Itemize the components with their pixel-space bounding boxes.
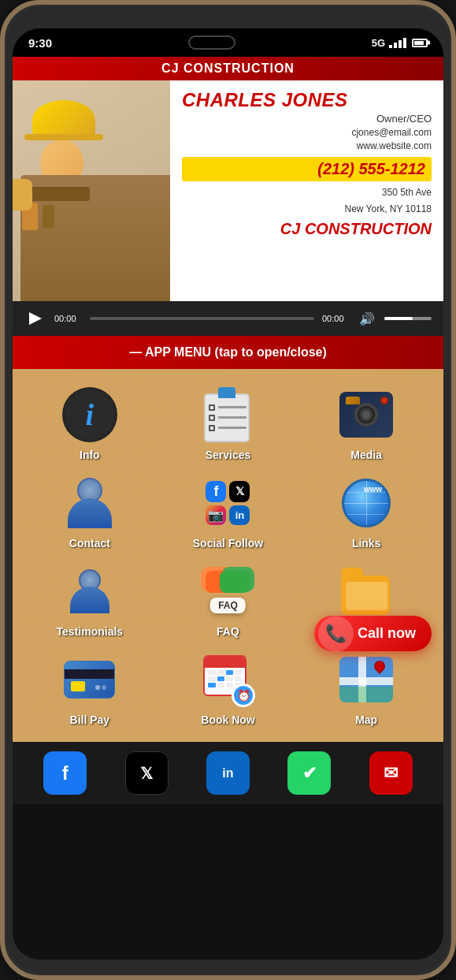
book-now-icon: ⏰ [198,650,258,709]
menu-item-book-now[interactable]: ⏰ Book Now [163,650,294,726]
book-now-label: Book Now [201,714,254,726]
business-card: CHARLES JONES Owner/CEO cjones@email.com… [13,80,443,301]
audio-progress-bar[interactable] [90,317,314,320]
menu-item-services[interactable]: Services [163,385,294,461]
linkedin-social-button[interactable]: in [206,751,250,795]
phone-frame: 9:30 5G CJ CONSTRUCTION [0,0,456,980]
whatsapp-icon: ✔ [302,763,317,784]
instagram-icon: 📷 [206,505,226,525]
company-name-footer: CJ CONSTRUCTION [182,220,432,238]
volume-fill [384,317,413,320]
menu-toggle-label: — APP MENU (tap to open/close) [129,345,327,360]
signal-icon [389,38,406,48]
bill-pay-icon [60,650,119,709]
network-label: 5G [372,37,385,49]
menu-grid: i Info [13,369,443,742]
address-line1: 350 5th Ave [182,187,432,198]
media-label: Media [350,449,382,461]
x-icon: 𝕏 [229,481,250,502]
audio-player: 00:00 00:00 🔊 [13,301,443,336]
call-now-label: Call now [358,625,416,642]
menu-item-info[interactable]: i Info [24,385,155,461]
services-icon [198,385,258,444]
phone-screen: 9:30 5G CJ CONSTRUCTION [13,28,443,960]
owner-name: CHARLES JONES [182,90,432,110]
menu-item-faq[interactable]: FAQ FAQ [163,561,294,638]
address-line2: New York, NY 10118 [182,203,432,214]
menu-item-media[interactable]: Media [301,385,432,461]
total-time: 00:00 [322,314,350,323]
testimonials-icon [60,561,119,620]
current-time: 00:00 [54,314,82,323]
owner-email: cjones@email.com [182,127,432,138]
menu-grid-inner: i Info [24,385,432,726]
bill-pay-label: Bill Pay [70,714,110,726]
company-header-bar: CJ CONSTRUCTION [13,57,443,80]
owner-website: www.website.com [182,140,432,151]
social-follow-label: Social Follow [193,537,263,550]
play-icon [29,312,42,325]
business-card-image [13,80,170,301]
files-icon [337,561,396,620]
menu-item-social-follow[interactable]: f 𝕏 📷 in Social Follow [163,473,294,550]
time-display: 9:30 [28,36,52,50]
contact-label: Contact [69,537,110,550]
menu-grid-wrapper: i Info [13,369,443,742]
volume-slider[interactable] [384,317,432,320]
battery-icon [412,39,428,47]
twitter-x-social-button[interactable]: 𝕏 [125,751,169,795]
business-card-info: CHARLES JONES Owner/CEO cjones@email.com… [170,80,443,301]
header-company-name: CJ CONSTRUCTION [161,61,295,75]
links-icon: www [337,473,396,532]
links-label: Links [352,537,381,550]
testimonials-label: Testimonials [57,625,124,638]
speaker-icon: 🔊 [359,311,375,326]
app-menu-toggle[interactable]: — APP MENU (tap to open/close) [13,336,443,369]
faq-label: FAQ [217,625,239,638]
linkedin-icon: in [222,766,233,781]
call-now-button[interactable]: 📞 Call now [314,616,432,651]
owner-title: Owner/CEO [182,113,432,125]
bottom-social-bar: f 𝕏 in ✔ ✉ [13,742,443,804]
services-label: Services [206,449,251,461]
status-bar: 9:30 5G [13,28,443,57]
menu-item-contact[interactable]: Contact [24,473,155,550]
menu-item-bill-pay[interactable]: Bill Pay [24,650,155,726]
email-social-button[interactable]: ✉ [369,751,413,795]
phone-icon: 📞 [318,616,354,651]
email-icon: ✉ [384,763,398,784]
linkedin-icon: in [229,505,250,525]
info-label: Info [80,449,100,461]
info-icon: i [60,385,119,444]
x-icon: 𝕏 [140,764,153,783]
whatsapp-social-button[interactable]: ✔ [287,751,331,795]
facebook-icon: f [206,481,226,502]
map-icon [337,650,396,709]
menu-item-map[interactable]: Map [301,650,432,726]
play-button[interactable] [24,307,46,330]
faq-icon: FAQ [198,561,258,620]
media-icon [337,385,396,444]
social-follow-icon: f 𝕏 📷 in [198,473,258,532]
volume-button[interactable]: 🔊 [358,309,376,328]
contact-icon [60,473,119,532]
facebook-social-button[interactable]: f [43,751,87,795]
phone-highlight[interactable]: (212) 555-1212 [182,157,432,181]
camera-notch [188,35,235,50]
map-label: Map [355,714,377,726]
status-icons: 5G [372,37,428,49]
menu-item-links[interactable]: www Links [301,473,432,550]
facebook-icon: f [62,762,69,784]
app-content: CJ CONSTRUCTION [13,57,443,960]
menu-item-testimonials[interactable]: Testimonials [24,561,155,638]
